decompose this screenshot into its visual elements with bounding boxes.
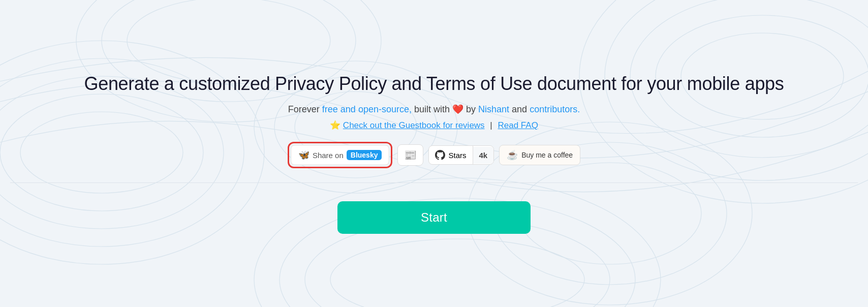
newsletter-button[interactable]: 📰 <box>397 144 423 166</box>
bluesky-prefix: Share on <box>313 151 344 160</box>
separator: | <box>490 120 492 130</box>
buttons-row: 🦋 Share on Bluesky 📰 Stars 4k ☕ Buy me a… <box>288 142 580 168</box>
bluesky-badge: Bluesky <box>347 150 382 160</box>
subtitle: Forever free and open-source, built with… <box>288 104 580 115</box>
open-source-link[interactable]: free and open-source, <box>322 104 412 114</box>
star-emoji: ⭐ <box>330 120 340 130</box>
github-count: 4k <box>473 147 494 164</box>
heart-emoji: ❤️ <box>452 104 463 114</box>
contributors-link[interactable]: contributors. <box>530 104 580 114</box>
subtitle-middle: built with <box>414 104 452 114</box>
content-wrapper: Generate a customized Privacy Policy and… <box>0 0 868 307</box>
author-link[interactable]: Nishant <box>478 104 509 114</box>
page-title: Generate a customized Privacy Policy and… <box>84 73 784 95</box>
links-row: ⭐ Check out the Guestbook for reviews | … <box>330 120 538 131</box>
bluesky-button[interactable]: 🦋 Share on Bluesky <box>291 145 390 165</box>
github-stars-inner: Stars <box>429 146 473 164</box>
coffee-label: Buy me a coffee <box>521 151 573 159</box>
github-stars-button[interactable]: Stars 4k <box>428 145 494 165</box>
newsletter-icon: 📰 <box>404 149 417 161</box>
divider <box>10 182 858 183</box>
start-button[interactable]: Start <box>337 201 531 234</box>
butterfly-icon: 🦋 <box>298 149 309 161</box>
coffee-button[interactable]: ☕ Buy me a coffee <box>499 145 580 165</box>
stars-label: Stars <box>448 151 466 160</box>
github-icon <box>435 150 445 160</box>
subtitle-prefix: Forever <box>288 104 322 114</box>
faq-link[interactable]: Read FAQ <box>498 120 538 130</box>
subtitle-and: and <box>512 104 530 114</box>
guestbook-link[interactable]: Check out the Guestbook for reviews <box>343 120 485 130</box>
subtitle-by: by <box>466 104 478 114</box>
bluesky-highlight: 🦋 Share on Bluesky <box>288 142 393 168</box>
coffee-icon: ☕ <box>507 149 518 161</box>
